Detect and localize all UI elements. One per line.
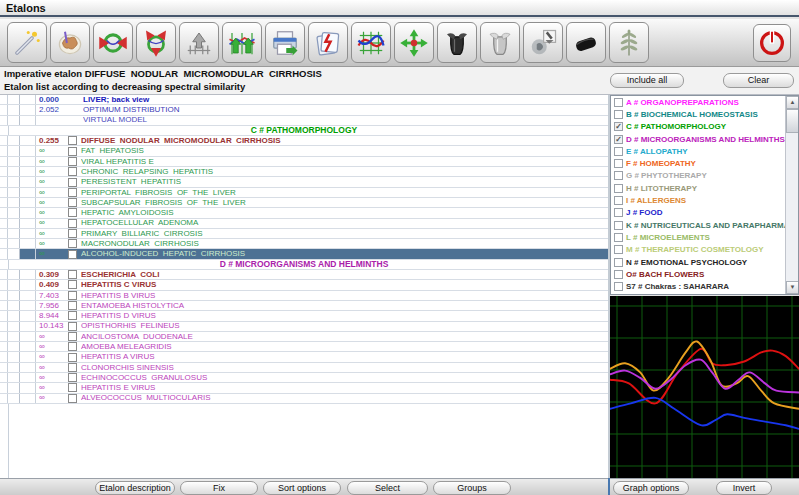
scroll-down-button[interactable]: ▼ <box>786 281 799 294</box>
etalon-row[interactable]: ∞AMOEBA MELEAGRIDIS <box>0 342 608 352</box>
category-checkbox[interactable] <box>614 221 623 230</box>
etalon-row[interactable]: ∞CHRONIC RELAPSING HEPATITIS <box>0 167 608 177</box>
row-checkbox[interactable] <box>68 322 77 331</box>
etalon-row[interactable]: 2.052OPTIMUM DISTRIBUTION <box>0 105 608 115</box>
container-light-button[interactable] <box>480 22 520 63</box>
comparative-analysis-button[interactable] <box>222 22 262 63</box>
row-checkbox[interactable] <box>68 383 77 392</box>
category-checkbox[interactable] <box>614 294 623 295</box>
row-checkbox[interactable] <box>68 394 77 403</box>
print-button[interactable] <box>265 22 305 63</box>
category-item[interactable]: K # NUTRICEUTICALS AND PARAPHARMACEUTICA… <box>611 219 798 231</box>
row-checkbox[interactable] <box>68 270 77 279</box>
fix-button[interactable]: Fix <box>180 481 258 495</box>
etalon-row[interactable]: ∞SUBCAPSULAR FIBROSIS OF THE LIVER <box>0 198 608 208</box>
category-scrollbar[interactable]: ▲ ▼ <box>785 96 798 294</box>
invert-button[interactable]: Invert <box>716 481 772 495</box>
category-item[interactable]: H # LITOTHERAPY <box>611 182 798 194</box>
category-checkbox[interactable] <box>614 282 623 291</box>
etalon-row[interactable]: 7.403HEPATITIS B VIRUS <box>0 291 608 301</box>
etalon-row[interactable]: ∞PERIPORTAL FIBROSIS OF THE LIVER <box>0 188 608 198</box>
row-checkbox[interactable] <box>68 363 77 372</box>
container-dark-button[interactable] <box>437 22 477 63</box>
card-index-button[interactable] <box>308 22 348 63</box>
scroll-up-button[interactable]: ▲ <box>786 96 799 109</box>
row-checkbox[interactable] <box>68 250 77 259</box>
graph-button[interactable] <box>351 22 391 63</box>
category-item[interactable]: O# BACH FLOWERS <box>611 268 798 280</box>
row-checkbox[interactable] <box>68 239 77 248</box>
eraser-button[interactable] <box>566 22 606 63</box>
category-checkbox[interactable] <box>614 159 623 168</box>
category-checkbox[interactable] <box>614 196 623 205</box>
etalon-row[interactable]: ∞PRIMARY BILLIARIC CIRROSIS <box>0 229 608 239</box>
category-checkbox[interactable] <box>614 270 623 279</box>
category-item[interactable]: I # ALLERGENS <box>611 194 798 206</box>
etalon-row[interactable]: ∞MACRONODULAR CIRRHOSIS <box>0 239 608 249</box>
etalon-row[interactable]: ∞CLONORCHIS SINENSIS <box>0 363 608 373</box>
magic-wand-button[interactable] <box>7 22 47 63</box>
etalon-row[interactable]: 10.143OPISTHORHIS FELINEUS <box>0 322 608 332</box>
model-analysis-button[interactable] <box>179 22 219 63</box>
etalon-row[interactable]: 0.309ESCHERICHIA COLI <box>0 270 608 280</box>
row-checkbox[interactable] <box>68 373 77 382</box>
row-checkbox[interactable] <box>68 208 77 217</box>
row-checkbox[interactable] <box>68 198 77 207</box>
category-checkbox[interactable] <box>614 122 623 131</box>
row-checkbox[interactable] <box>68 136 77 145</box>
category-item[interactable]: M # THERAPEUTIC COSMETOLOGY <box>611 244 798 256</box>
row-checkbox[interactable] <box>68 229 77 238</box>
category-item[interactable]: N # EMOTIONAL PSYCHOLOGY <box>611 256 798 268</box>
category-item[interactable]: B # BIOCHEMICAL HOMEOSTASIS <box>611 108 798 120</box>
etalon-row[interactable]: ∞FAT HEPATOSIS <box>0 146 608 156</box>
etalon-row[interactable]: ∞VIRAL HEPATITIS E <box>0 157 608 167</box>
include-all-button[interactable]: Include all <box>610 73 684 88</box>
etalon-row[interactable]: ∞HEPATIC AMYLOIDOSIS <box>0 208 608 218</box>
row-checkbox[interactable] <box>68 157 77 166</box>
row-checkbox[interactable] <box>68 219 77 228</box>
category-item[interactable]: C # PATHOMORPHOLOGY <box>611 121 798 133</box>
row-checkbox[interactable] <box>68 301 77 310</box>
row-checkbox[interactable] <box>68 342 77 351</box>
etalon-description-button[interactable]: Etalon description <box>95 481 175 495</box>
etalon-row[interactable]: 7.956ENTAMOEBA HISTOLYTICA <box>0 301 608 311</box>
category-item[interactable]: D # MICROORGANISMS AND HELMINTHS <box>611 133 798 145</box>
etalon-row[interactable]: ∞ANCILOSTOMA DUODENALE <box>0 332 608 342</box>
category-item[interactable]: G # PHYTOTHERAPY <box>611 170 798 182</box>
etalon-row[interactable]: 8.944HEPATITIS D VIRUS <box>0 311 608 321</box>
brain-button[interactable] <box>50 22 90 63</box>
select-button[interactable]: Select <box>347 481 428 495</box>
etalon-row[interactable]: ∞HEPATOCELLULAR ADENOMA <box>0 219 608 229</box>
row-checkbox[interactable] <box>68 167 77 176</box>
etalon-row[interactable]: ∞ECHINOCOCCUS GRANULOSUS <box>0 373 608 383</box>
sort-options-button[interactable]: Sort options <box>263 481 341 495</box>
category-checkbox[interactable] <box>614 184 623 193</box>
category-item[interactable]: A # ORGANOPREPARATIONS <box>611 96 798 108</box>
category-item[interactable]: J # FOOD <box>611 207 798 219</box>
phytotherapy-button[interactable] <box>609 22 649 63</box>
vegeto-test-button[interactable] <box>136 22 176 63</box>
entropy-analysis-button[interactable] <box>394 22 434 63</box>
etalon-row[interactable]: 0.000LIVER; back view <box>0 95 608 105</box>
category-checkbox[interactable] <box>614 245 623 254</box>
category-checkbox[interactable] <box>614 208 623 217</box>
microscope-button[interactable] <box>523 22 563 63</box>
organ-analysis-button[interactable] <box>93 22 133 63</box>
category-item[interactable]: L # MICROELEMENTS <box>611 231 798 243</box>
etalon-row[interactable]: ∞HEPATITIS A VIRUS <box>0 352 608 362</box>
category-checkbox[interactable] <box>614 233 623 242</box>
category-item[interactable]: S7 # Chakras : SAHARARA <box>611 280 798 292</box>
groups-button[interactable]: Groups <box>433 481 511 495</box>
row-checkbox[interactable] <box>68 147 77 156</box>
category-checkbox[interactable] <box>614 171 623 180</box>
row-checkbox[interactable] <box>68 188 77 197</box>
row-checkbox[interactable] <box>68 353 77 362</box>
etalon-row[interactable]: ∞ALVEOCOCCUS MULTIOCULARIS <box>0 394 608 404</box>
category-checkbox[interactable] <box>614 135 623 144</box>
row-checkbox[interactable] <box>68 280 77 289</box>
row-checkbox[interactable] <box>68 291 77 300</box>
etalon-row[interactable]: 0.409HEPATITIS C VIRUS <box>0 280 608 290</box>
etalon-row[interactable]: ∞PERESISTENT HEPATITIS <box>0 177 608 187</box>
etalon-row[interactable]: 0.255DIFFUSE NODULAR MICROMODULAR CIRRHO… <box>0 136 608 146</box>
category-checkbox[interactable] <box>614 258 623 267</box>
